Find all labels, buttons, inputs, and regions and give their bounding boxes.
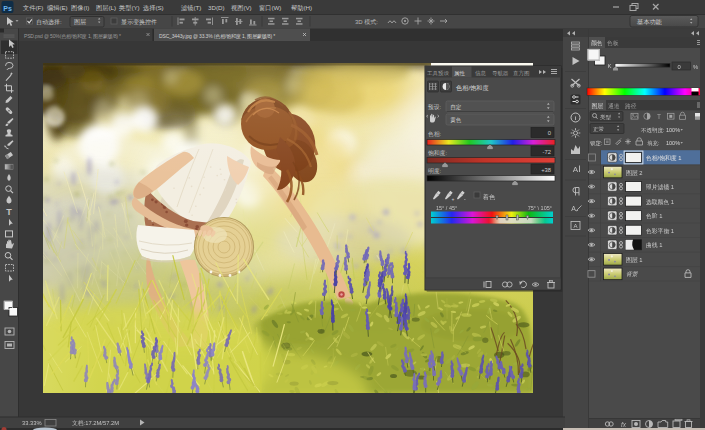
svg-text:视图(V): 视图(V) [231,4,252,12]
svg-text:通道: 通道 [608,102,620,109]
svg-text:路径: 路径 [625,103,637,110]
svg-text:色板: 色板 [607,40,619,46]
svg-text:文件(F): 文件(F) [23,4,43,11]
svg-text:0: 0 [677,64,680,70]
svg-text:类型(Y): 类型(Y) [119,4,140,11]
svg-text:编辑(E): 编辑(E) [47,4,68,11]
svg-text:选取颜色 1: 选取颜色 1 [646,198,674,206]
svg-text:3D 模式:: 3D 模式: [355,19,378,25]
svg-text:A: A [571,205,576,212]
svg-text:图层(L): 图层(L) [96,4,116,12]
svg-text:Ps: Ps [3,5,12,12]
svg-text:T: T [6,207,12,217]
svg-text:着色: 着色 [482,193,496,201]
svg-text:自定: 自定 [450,104,462,111]
svg-text:色相:: 色相: [428,131,442,138]
svg-text:图层 2: 图层 2 [626,169,642,177]
svg-text:选择(S): 选择(S) [143,4,164,12]
svg-text:类型: 类型 [600,114,612,120]
svg-text:属性: 属性 [454,70,466,76]
svg-text:图层 1: 图层 1 [626,256,642,264]
svg-text:颜色: 颜色 [591,40,603,46]
svg-text:显示变换控件: 显示变换控件 [121,18,157,26]
svg-text:导航器: 导航器 [492,70,509,77]
svg-text:基本功能: 基本功能 [636,18,663,26]
svg-text:自动选择:: 自动选择: [36,19,62,26]
svg-text:预设:: 预设: [428,103,442,111]
svg-text:100%: 100% [666,140,680,146]
svg-text:曲线 1: 曲线 1 [646,242,662,249]
svg-text:A: A [573,165,579,174]
svg-text:帮助(H): 帮助(H) [291,4,312,12]
svg-text:色彩平衡 1: 色彩平衡 1 [646,227,674,235]
svg-text:3D(D): 3D(D) [208,4,225,11]
svg-text:DSC_3443y.jpg @ 33.3% (色相/饱和度: DSC_3443y.jpg @ 33.3% (色相/饱和度 1, 图层蒙版/8)… [159,33,275,40]
svg-text:图层: 图层 [592,102,604,110]
svg-text:信息: 信息 [475,70,487,77]
svg-text:100%: 100% [666,127,680,133]
svg-text:背景: 背景 [626,271,639,277]
svg-text:工具预设: 工具预设 [427,70,450,77]
svg-text:文档:17.2M/57.2M: 文档:17.2M/57.2M [72,420,119,427]
svg-text:图层: 图层 [74,19,86,26]
svg-text:不透明度:: 不透明度: [641,127,665,134]
svg-text:33.33%: 33.33% [22,420,42,426]
svg-text:照片滤镜 1: 照片滤镜 1 [646,183,674,191]
svg-text:图像(I): 图像(I) [71,4,89,12]
svg-text:0: 0 [548,130,551,136]
svg-text:明度:: 明度: [428,167,442,175]
svg-text:直方图: 直方图 [513,70,530,77]
svg-text:色阶 1: 色阶 1 [646,212,662,219]
svg-text:PSD.psd @ 50%(色相/饱和度 1, 图层蒙版/8: PSD.psd @ 50%(色相/饱和度 1, 图层蒙版/8) * [24,33,121,40]
svg-text:fx: fx [621,421,627,428]
svg-text:锁定:: 锁定: [589,140,603,147]
svg-text:T: T [657,113,661,120]
svg-text:K: K [608,63,612,69]
svg-text:75° \ 105°: 75° \ 105° [528,205,552,211]
svg-text:-72: -72 [543,149,551,155]
svg-text:色相/饱和度 1: 色相/饱和度 1 [646,154,681,162]
svg-text:+: + [452,196,455,202]
svg-text:A: A [573,223,577,229]
svg-text:饱和度:: 饱和度: [427,149,447,157]
svg-text:正常: 正常 [593,126,604,132]
svg-text:15° / 45°: 15° / 45° [436,205,457,211]
svg-text:%: % [693,64,698,70]
svg-text:黄色: 黄色 [450,117,462,123]
svg-text:+38: +38 [541,167,551,173]
svg-text:窗口(W): 窗口(W) [259,4,281,12]
svg-text:填充:: 填充: [647,140,660,147]
svg-text:色相/饱和度: 色相/饱和度 [456,84,489,92]
svg-text:滤镜(T): 滤镜(T) [181,4,201,12]
